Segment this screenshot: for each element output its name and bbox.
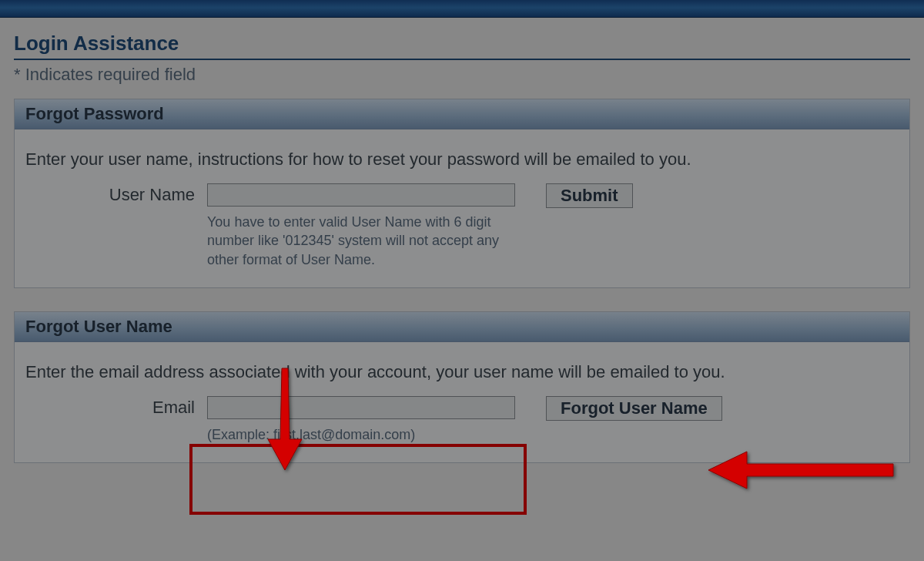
title-rule [14,59,910,60]
forgot-password-header: Forgot Password [15,99,909,129]
page-title[interactable]: Login Assistance [14,32,179,55]
forgot-username-instruction: Enter the email address associated with … [25,362,899,382]
forgot-password-instruction: Enter your user name, instructions for h… [25,149,899,170]
email-hint: (Example: first.last@domain.com) [207,425,515,444]
submit-button[interactable]: Submit [546,183,633,208]
email-label: Email [25,396,207,419]
window-titlebar [0,0,924,18]
email-input[interactable] [207,396,515,419]
username-input[interactable] [207,183,515,207]
username-hint: You have to enter valid User Name with 6… [207,213,515,269]
forgot-username-panel: Forgot User Name Enter the email address… [14,311,910,463]
username-label: User Name [25,183,207,207]
forgot-password-panel: Forgot Password Enter your user name, in… [14,99,910,288]
page-content: Login Assistance * Indicates required fi… [0,18,924,463]
forgot-username-button[interactable]: Forgot User Name [546,396,722,421]
required-indicator-note: * Indicates required field [14,65,910,85]
forgot-username-header: Forgot User Name [15,312,909,342]
